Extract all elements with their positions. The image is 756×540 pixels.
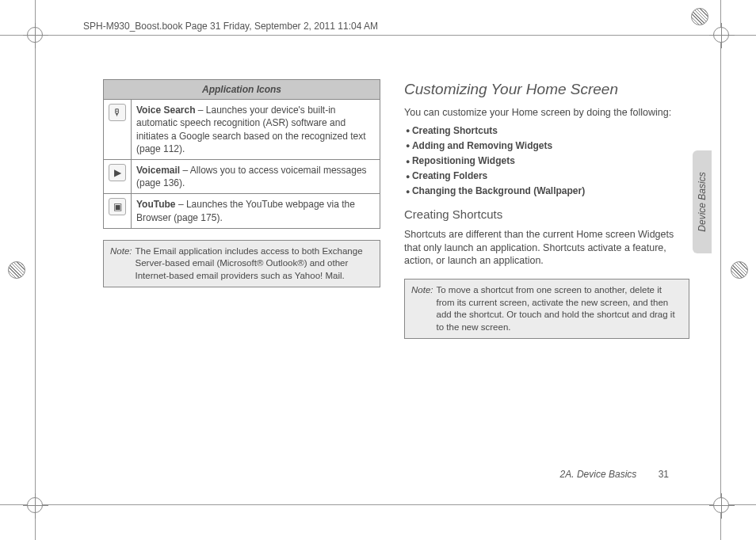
crop-line-bottom — [0, 504, 756, 505]
list-item: Creating Shortcuts — [406, 124, 689, 137]
left-column: Application Icons 🎙 Voice Search – Launc… — [103, 79, 380, 477]
table-row: 🎙 Voice Search – Launches your device's … — [104, 100, 380, 160]
registration-mark-icon — [691, 8, 708, 25]
crop-mark-icon — [27, 27, 43, 43]
app-name: Voice Search — [136, 105, 195, 116]
note-label: Note: — [110, 245, 132, 283]
voicemail-icon: ▶ — [109, 164, 126, 181]
crop-mark-icon — [713, 497, 729, 513]
side-tab: Device Basics — [693, 150, 712, 253]
list-item: Repositioning Widgets — [406, 154, 689, 167]
crop-mark-icon — [27, 497, 43, 513]
app-name: YouTube — [136, 199, 176, 210]
page-footer: 2A. Device Basics 31 — [560, 469, 669, 480]
crop-mark-icon — [713, 27, 729, 43]
registration-mark-icon — [8, 261, 25, 279]
list-item: Adding and Removing Widgets — [406, 139, 689, 152]
body-paragraph: Shortcuts are different than the current… — [404, 228, 689, 268]
intro-text: You can customize your Home screen by do… — [404, 106, 689, 120]
crop-line-top — [0, 35, 756, 36]
note-text: The Email application includes access to… — [136, 245, 374, 283]
table-row: ▶ Voicemail – Allows you to access voice… — [104, 159, 380, 193]
application-icons-table: Application Icons 🎙 Voice Search – Launc… — [103, 79, 380, 229]
right-column: Customizing Your Home Screen You can cus… — [404, 79, 689, 477]
section-heading: Customizing Your Home Screen — [404, 79, 689, 100]
bullet-list: Creating Shortcuts Adding and Removing W… — [404, 124, 689, 198]
subsection-heading: Creating Shortcuts — [404, 207, 689, 222]
app-name: Voicemail — [136, 165, 180, 176]
table-header: Application Icons — [104, 80, 380, 100]
crop-line-left — [35, 0, 36, 540]
list-item: Changing the Background (Wallpaper) — [406, 184, 689, 197]
note-box-left: Note: The Email application includes acc… — [103, 240, 380, 288]
voice-search-icon: 🎙 — [109, 104, 126, 121]
note-text: To move a shortcut from one screen to an… — [437, 284, 683, 333]
list-item: Creating Folders — [406, 169, 689, 182]
footer-section: 2A. Device Basics — [560, 469, 637, 480]
note-box-right: Note: To move a shortcut from one screen… — [404, 279, 689, 339]
side-tab-label: Device Basics — [697, 172, 708, 231]
page-number: 31 — [659, 469, 669, 480]
page-content: Application Icons 🎙 Voice Search – Launc… — [103, 79, 708, 477]
crop-line-right — [720, 0, 721, 540]
registration-mark-icon — [731, 261, 748, 279]
table-row: ▣ YouTube – Launches the YouTube webpage… — [104, 194, 380, 228]
note-label: Note: — [411, 284, 433, 333]
page-header-meta: SPH-M930_Boost.book Page 31 Friday, Sept… — [83, 21, 378, 32]
youtube-icon: ▣ — [109, 198, 126, 215]
